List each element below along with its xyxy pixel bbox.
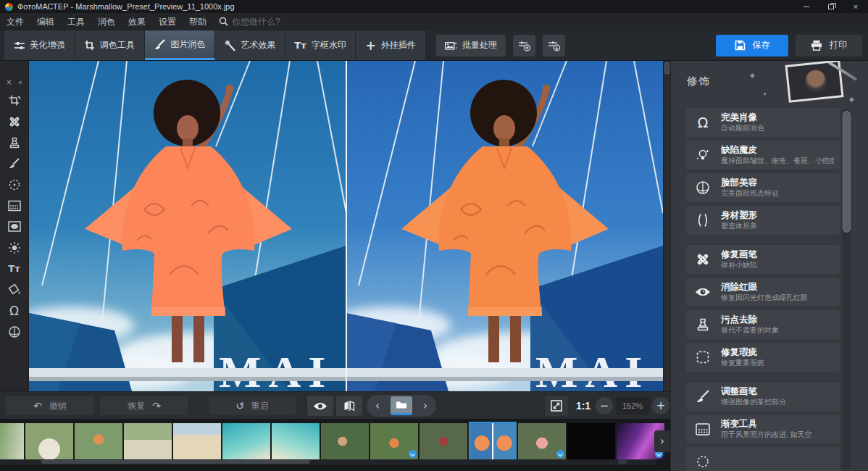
menu-tools[interactable]: 工具	[61, 13, 91, 30]
panel-scrollbar[interactable]	[842, 109, 851, 470]
rail-close-icon[interactable]: ×	[6, 78, 12, 86]
panel-item-perfect-portrait[interactable]: Ω 完美肖像 自动脸部润色	[685, 107, 840, 138]
minimize-button[interactable]	[794, 0, 819, 13]
crop-rotate-icon	[8, 94, 21, 107]
retouch-brush-tool[interactable]	[5, 154, 24, 173]
panel-item-spot-removal[interactable]: 污点去除 替代不需要的对象	[685, 309, 840, 340]
reset-button[interactable]: ↺ 重启	[209, 396, 296, 415]
vignette-tool[interactable]	[5, 217, 24, 236]
skin-magic-icon	[693, 148, 712, 162]
radial-filter-tool[interactable]	[5, 175, 24, 194]
printer-icon	[811, 40, 822, 51]
thumbnail[interactable]	[370, 423, 418, 459]
panel-title: 修饰	[687, 75, 710, 88]
strip-scroll-right-button[interactable]: ›	[654, 430, 670, 452]
panel-item-partial[interactable]	[685, 446, 840, 471]
canvas-scrollbar-thumb[interactable]	[664, 62, 669, 74]
zoom-level-value: 152%	[616, 397, 649, 414]
clone-stamp-tool[interactable]	[5, 133, 24, 152]
tab-photo-retouch[interactable]: 图片润色	[145, 30, 215, 60]
search-input[interactable]	[232, 17, 348, 27]
menu-settings[interactable]: 设置	[152, 13, 183, 30]
thumbnail[interactable]	[222, 423, 270, 459]
panel-item-red-eye[interactable]: 消除红眼 修复因闪光灯造成瞳孔红眼	[685, 277, 840, 307]
retouch-tool-list: Ω 完美肖像 自动脸部润色	[671, 107, 868, 471]
tab-art-effects[interactable]: 艺术效果	[215, 30, 285, 60]
batch-process-button[interactable]: 批量处理	[436, 35, 506, 57]
preset-apply-button[interactable]	[543, 35, 565, 57]
rail-collapse-icon[interactable]: «	[18, 78, 22, 86]
mode-tabs: 美化增强 调色工具 图片润色	[4, 30, 426, 60]
panel-scrollbar-thumb[interactable]	[843, 111, 851, 233]
thumbnail[interactable]	[321, 423, 369, 459]
zoom-in-button[interactable]: +	[652, 397, 669, 414]
gradient-tool-icon	[693, 423, 712, 435]
menu-file[interactable]: 文件	[0, 13, 30, 30]
thumbnail[interactable]	[124, 423, 172, 459]
tab-text-watermark[interactable]: Tт 字框水印	[285, 30, 356, 60]
menu-retouch[interactable]: 润色	[91, 13, 122, 30]
thumbnail[interactable]	[518, 423, 566, 459]
gradient-filter-tool[interactable]	[5, 196, 24, 215]
reset-icon: ↺	[235, 400, 244, 412]
thumbnail[interactable]	[25, 423, 73, 459]
after-image[interactable]	[346, 61, 663, 391]
retouch-collage-art	[746, 61, 862, 106]
restore-button[interactable]	[819, 0, 843, 13]
photo-canvas[interactable]	[29, 61, 663, 391]
fill-bucket-tool[interactable]	[5, 280, 24, 299]
thumbnail[interactable]	[0, 423, 24, 459]
plus-icon: +	[365, 38, 375, 53]
canvas-vertical-scrollbar[interactable]	[663, 61, 670, 391]
preset-add-button[interactable]	[513, 35, 535, 57]
search-box[interactable]	[219, 17, 348, 27]
strip-scrollbar-thumb[interactable]	[41, 460, 310, 464]
magic-wand-icon	[225, 40, 236, 51]
previous-photo-button[interactable]: ‹	[372, 399, 383, 412]
panel-item-body-shape[interactable]: 身材塑形 塑造体形美	[685, 205, 840, 236]
face-sculpt-tool[interactable]	[5, 322, 24, 341]
panel-item-healing-brush[interactable]: 修复画笔 弥补小缺陷	[685, 244, 840, 275]
split-divider[interactable]	[346, 61, 347, 391]
clone-stamp-icon	[693, 317, 712, 332]
panel-item-skin-magic[interactable]: 缺陷魔皮 魔掉面部皱纹、痤疮、雀斑、小疤痕	[685, 140, 840, 170]
fit-screen-icon	[551, 400, 562, 412]
strip-scrollbar-end[interactable]	[618, 459, 627, 464]
menu-effects[interactable]: 效果	[122, 13, 152, 30]
brightness-tool[interactable]	[5, 238, 24, 257]
redo-button[interactable]: 恢复 ↷	[100, 396, 188, 415]
compare-view-button[interactable]	[336, 396, 362, 416]
panel-item-face-sculpt[interactable]: 脸部美容 完美面部形态特征	[685, 172, 840, 203]
fit-to-screen-button[interactable]	[545, 396, 568, 416]
text-tool[interactable]: Tт	[5, 259, 24, 278]
panel-item-gradient-tool[interactable]: 渐变工具 用于风景照片的改进, 如天空	[685, 414, 840, 444]
panel-item-adjust-brush[interactable]: 调整画笔 增强图像的某些部分	[685, 381, 840, 412]
crop-rotate-tool[interactable]	[5, 91, 24, 110]
thumbnail[interactable]	[272, 423, 320, 459]
thumbnail[interactable]	[420, 423, 467, 459]
print-button[interactable]: 打印	[796, 35, 862, 57]
zoom-out-button[interactable]: −	[596, 397, 613, 414]
sparkle-icon	[763, 92, 766, 95]
thumbnail[interactable]	[567, 423, 615, 459]
tab-enhance[interactable]: 美化增强	[4, 30, 75, 60]
menu-edit[interactable]: 编辑	[30, 13, 61, 30]
preview-original-button[interactable]	[307, 396, 333, 416]
portrait-tool[interactable]: Ω	[5, 301, 24, 320]
close-button[interactable]: ×	[843, 0, 868, 13]
next-photo-button[interactable]: ›	[420, 399, 430, 412]
save-button[interactable]: 保存	[716, 35, 788, 57]
open-folder-button[interactable]	[391, 396, 412, 415]
thumbnail[interactable]	[173, 423, 221, 459]
thumbnail[interactable]	[75, 423, 122, 459]
tab-crop-tools[interactable]: 调色工具	[75, 30, 145, 60]
healing-patch-tool[interactable]	[5, 112, 24, 131]
undo-button[interactable]: ↶ 撤销	[6, 396, 94, 415]
tab-plugins[interactable]: + 外挂插件	[356, 30, 426, 60]
strip-scrollbar[interactable]	[0, 459, 656, 464]
before-image[interactable]	[29, 61, 346, 391]
thumbnail-selected[interactable]	[469, 422, 517, 461]
panel-item-patch-defects[interactable]: 修复瑕疵 修复重要瑕疵	[685, 342, 840, 372]
menu-help[interactable]: 帮助	[183, 13, 213, 30]
zoom-100-button[interactable]: 1:1	[572, 396, 594, 416]
